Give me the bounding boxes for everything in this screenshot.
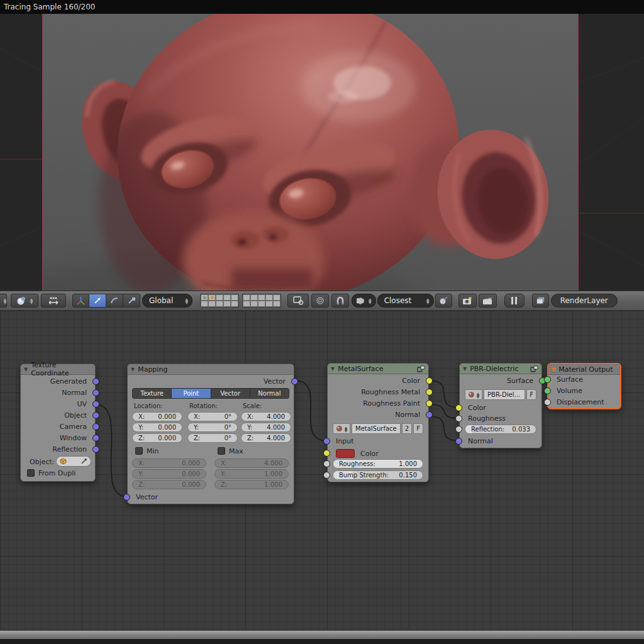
collapse-triangle-icon[interactable]: ▼ — [463, 366, 467, 372]
3d-viewport[interactable] — [0, 14, 644, 291]
collapse-triangle-icon[interactable]: ▼ — [24, 367, 28, 372]
min-checkbox[interactable] — [135, 447, 143, 455]
eyedropper-icon[interactable] — [80, 458, 87, 465]
proportional-edit-button[interactable] — [311, 294, 329, 308]
socket-in-roughness[interactable] — [455, 415, 462, 422]
layer-cell[interactable] — [216, 294, 223, 301]
location-z-field[interactable]: Z:0.000 — [132, 433, 182, 443]
socket-in-bump-strength[interactable] — [323, 472, 330, 479]
socket-out-roughness-metal[interactable] — [426, 389, 433, 396]
node-metalsurface-header[interactable]: ▼ MetalSurface — [328, 364, 428, 374]
group-name-field[interactable]: MetalSurface — [352, 423, 401, 434]
node-material-output-header[interactable]: ▼ Material Output — [548, 364, 620, 375]
layer-cell[interactable] — [231, 301, 238, 307]
editor-type-selector[interactable]: ▲▼ — [0, 294, 7, 308]
location-x-field[interactable]: X:0.000 — [132, 412, 182, 421]
render-layer-icon-button[interactable] — [532, 294, 549, 308]
bump-strength-slider[interactable]: Bump Strength: 0.150 — [333, 470, 423, 480]
snap-toggle-button[interactable] — [331, 294, 349, 308]
rotation-x-field[interactable]: X:0° — [187, 412, 238, 421]
bottom-editor-header[interactable] — [0, 630, 644, 639]
socket-in-vector[interactable] — [123, 494, 130, 501]
node-texture-coordinate-header[interactable]: ▼ Texture Coordinate — [21, 364, 95, 375]
min-z-field[interactable]: Z:0.000 — [132, 480, 206, 489]
socket-in-normal[interactable] — [455, 438, 462, 445]
rotation-z-field[interactable]: Z:0° — [187, 433, 238, 443]
pause-render-button[interactable] — [504, 294, 525, 308]
viewport-shading-dropdown[interactable]: ▲▼ — [11, 294, 38, 308]
tab-vector[interactable]: Vector — [211, 389, 250, 398]
layer-cell[interactable] — [273, 294, 280, 301]
socket-out-window[interactable] — [92, 435, 99, 441]
socket-out-uv[interactable] — [92, 401, 99, 408]
layer-cell[interactable] — [208, 301, 216, 307]
roughness-slider[interactable]: Roughness: 1.000 — [333, 459, 423, 469]
layer-cell[interactable] — [258, 294, 265, 301]
min-y-field[interactable]: Y:0.000 — [132, 469, 206, 479]
transform-orientation-dropdown[interactable]: Global ▲▼ — [142, 294, 192, 308]
socket-out-vector[interactable] — [291, 378, 298, 385]
location-y-field[interactable]: Y:0.000 — [132, 423, 182, 432]
snap-target-dropdown[interactable]: Closest ▲▼ — [377, 294, 434, 308]
socket-in-reflection[interactable] — [455, 426, 462, 433]
socket-in-color[interactable] — [323, 450, 330, 457]
scale-z-field[interactable]: Z:4.000 — [241, 433, 291, 443]
socket-in-color[interactable] — [455, 404, 462, 411]
manipulator-translate-button[interactable] — [89, 294, 106, 308]
layer-grid-2[interactable] — [242, 294, 281, 308]
fake-user-button[interactable]: F — [413, 423, 423, 434]
object-picker-field[interactable] — [56, 456, 91, 467]
snap-peel-button[interactable] — [435, 294, 452, 308]
layer-grid-1[interactable] — [200, 294, 239, 308]
socket-in-surface[interactable] — [544, 376, 551, 383]
tab-point[interactable]: Point — [171, 389, 210, 398]
scene-lock-button[interactable] — [287, 294, 309, 308]
node-editor-canvas[interactable]: ▼ Texture Coordinate Generated Normal UV… — [0, 311, 644, 630]
node-mapping[interactable]: ▼ Mapping Vector Texture Point Vector No… — [127, 364, 294, 504]
layer-cell[interactable] — [250, 294, 258, 301]
max-x-field[interactable]: X:4.000 — [214, 458, 289, 468]
socket-out-camera[interactable] — [92, 423, 99, 430]
manipulator-scale-button[interactable] — [123, 294, 140, 308]
material-icon-dropdown[interactable]: ▲▼ — [333, 423, 350, 434]
node-mapping-header[interactable]: ▼ Mapping — [128, 364, 294, 375]
manipulator-rotate-button[interactable] — [106, 294, 123, 308]
manipulator-toggle-button[interactable] — [72, 294, 89, 308]
socket-out-color[interactable] — [426, 377, 433, 384]
socket-in-input[interactable] — [323, 438, 330, 445]
collapse-triangle-icon[interactable]: ▼ — [331, 366, 335, 372]
socket-out-roughness-paint[interactable] — [426, 400, 433, 407]
max-checkbox[interactable] — [218, 447, 225, 455]
socket-in-roughness[interactable] — [323, 460, 330, 467]
collapse-triangle-icon[interactable]: ▼ — [552, 367, 555, 372]
socket-out-generated[interactable] — [92, 378, 99, 385]
material-icon-dropdown[interactable]: ▲▼ — [465, 389, 482, 400]
snap-element-dropdown[interactable]: ▲▼ — [352, 294, 376, 308]
layer-cell[interactable] — [223, 294, 231, 301]
camera-render-region[interactable] — [42, 14, 579, 291]
scale-x-field[interactable]: X:4.000 — [241, 412, 291, 421]
node-metalsurface-group[interactable]: ▼ MetalSurface Color Roughness Metal Rou… — [327, 363, 429, 482]
layer-cell[interactable] — [201, 301, 208, 307]
socket-in-volume[interactable] — [544, 387, 551, 394]
layer-cell[interactable] — [250, 301, 258, 307]
layer-cell[interactable] — [216, 301, 223, 307]
users-count-button[interactable]: 2 — [402, 423, 412, 434]
rotation-y-field[interactable]: Y:0° — [187, 423, 238, 432]
socket-out-normal[interactable] — [92, 389, 99, 396]
socket-out-normal[interactable] — [426, 411, 433, 418]
color-swatch[interactable] — [336, 449, 355, 458]
socket-out-object[interactable] — [92, 412, 99, 419]
max-y-field[interactable]: Y:1.000 — [214, 469, 289, 479]
socket-out-reflection[interactable] — [92, 446, 99, 453]
node-pbr-dielectric-group[interactable]: ▼ PBR-Dielectric Surface ▲▼ PBR-Diel... … — [459, 363, 542, 448]
pivot-point-dropdown[interactable] — [41, 294, 66, 308]
max-toggle-row[interactable]: Max — [218, 446, 294, 457]
min-x-field[interactable]: X:0.000 — [132, 458, 206, 468]
node-pbr-dielectric-header[interactable]: ▼ PBR-Dielectric — [460, 364, 541, 374]
node-material-output[interactable]: ▼ Material Output Surface Volume Displac… — [547, 363, 621, 409]
fake-user-button[interactable]: F — [526, 389, 536, 400]
layer-cell[interactable] — [258, 301, 265, 307]
scale-y-field[interactable]: Y:4.000 — [241, 423, 291, 432]
max-z-field[interactable]: Z:1.000 — [214, 480, 289, 489]
